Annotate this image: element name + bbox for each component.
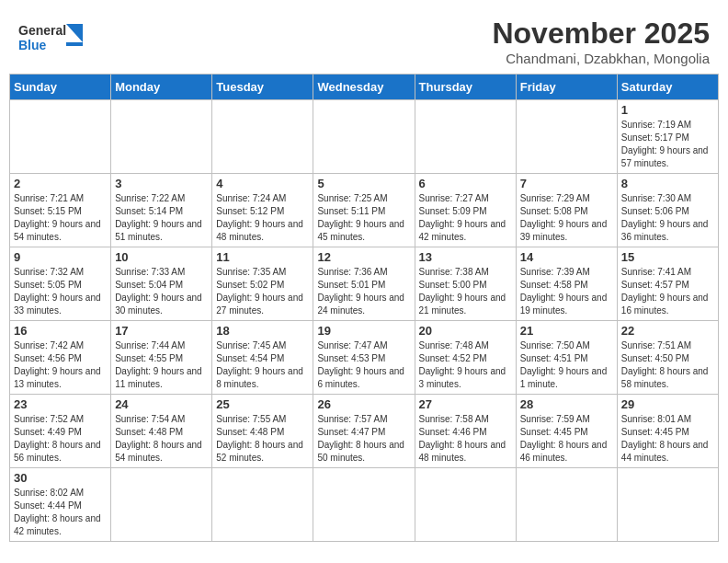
calendar-cell: 30Sunrise: 8:02 AMSunset: 4:44 PMDayligh…: [10, 468, 111, 542]
day-number: 16: [14, 324, 107, 338]
day-info: Sunrise: 7:25 AMSunset: 5:11 PMDaylight:…: [317, 192, 410, 244]
calendar-cell: [10, 100, 111, 174]
day-number: 12: [317, 250, 410, 264]
svg-text:General: General: [18, 23, 66, 38]
calendar-cell: 13Sunrise: 7:38 AMSunset: 5:00 PMDayligh…: [415, 247, 516, 321]
calendar-cell: 25Sunrise: 7:55 AMSunset: 4:48 PMDayligh…: [212, 395, 313, 468]
calendar-body: 1Sunrise: 7:19 AMSunset: 5:17 PMDaylight…: [10, 100, 719, 542]
calendar-week-4: 16Sunrise: 7:42 AMSunset: 4:56 PMDayligh…: [10, 321, 719, 395]
day-info: Sunrise: 7:33 AMSunset: 5:04 PMDaylight:…: [115, 266, 208, 317]
calendar-cell: 14Sunrise: 7:39 AMSunset: 4:58 PMDayligh…: [516, 247, 617, 321]
day-info: Sunrise: 7:55 AMSunset: 4:48 PMDaylight:…: [216, 413, 309, 465]
day-info: Sunrise: 7:19 AMSunset: 5:17 PMDaylight:…: [621, 119, 714, 170]
calendar-cell: 11Sunrise: 7:35 AMSunset: 5:02 PMDayligh…: [212, 247, 313, 321]
calendar-cell: 15Sunrise: 7:41 AMSunset: 4:57 PMDayligh…: [617, 247, 718, 321]
calendar-week-6: 30Sunrise: 8:02 AMSunset: 4:44 PMDayligh…: [10, 468, 719, 542]
day-info: Sunrise: 7:52 AMSunset: 4:49 PMDaylight:…: [14, 413, 107, 465]
calendar-cell: 2Sunrise: 7:21 AMSunset: 5:15 PMDaylight…: [10, 174, 111, 247]
day-number: 28: [520, 397, 613, 411]
calendar-cell: [111, 100, 212, 174]
calendar-title: November 2025: [492, 17, 710, 51]
day-number: 23: [14, 397, 107, 411]
weekday-header-row: SundayMondayTuesdayWednesdayThursdayFrid…: [10, 75, 719, 100]
day-info: Sunrise: 7:50 AMSunset: 4:51 PMDaylight:…: [520, 339, 613, 391]
day-info: Sunrise: 7:48 AMSunset: 4:52 PMDaylight:…: [419, 339, 512, 391]
calendar-cell: 4Sunrise: 7:24 AMSunset: 5:12 PMDaylight…: [212, 174, 313, 247]
day-info: Sunrise: 7:35 AMSunset: 5:02 PMDaylight:…: [216, 266, 309, 317]
day-number: 10: [115, 250, 208, 264]
day-number: 2: [14, 177, 107, 190]
calendar-cell: 3Sunrise: 7:22 AMSunset: 5:14 PMDaylight…: [111, 174, 212, 247]
day-number: 20: [419, 324, 512, 338]
calendar-cell: [111, 468, 212, 542]
day-number: 18: [216, 324, 309, 338]
calendar-cell: 28Sunrise: 7:59 AMSunset: 4:45 PMDayligh…: [516, 395, 617, 468]
weekday-wednesday: Wednesday: [313, 75, 415, 100]
calendar-cell: 6Sunrise: 7:27 AMSunset: 5:09 PMDaylight…: [415, 174, 516, 247]
calendar-cell: 16Sunrise: 7:42 AMSunset: 4:56 PMDayligh…: [10, 321, 111, 395]
calendar-cell: 20Sunrise: 7:48 AMSunset: 4:52 PMDayligh…: [415, 321, 516, 395]
calendar-week-5: 23Sunrise: 7:52 AMSunset: 4:49 PMDayligh…: [10, 395, 719, 468]
calendar-week-1: 1Sunrise: 7:19 AMSunset: 5:17 PMDaylight…: [10, 100, 719, 174]
day-info: Sunrise: 7:58 AMSunset: 4:46 PMDaylight:…: [419, 413, 512, 465]
day-info: Sunrise: 7:21 AMSunset: 5:15 PMDaylight:…: [14, 192, 107, 244]
calendar-cell: 18Sunrise: 7:45 AMSunset: 4:54 PMDayligh…: [212, 321, 313, 395]
calendar-cell: 23Sunrise: 7:52 AMSunset: 4:49 PMDayligh…: [10, 395, 111, 468]
day-info: Sunrise: 7:39 AMSunset: 4:58 PMDaylight:…: [520, 266, 613, 317]
title-block: November 2025 Chandmani, Dzabkhan, Mongo…: [492, 17, 710, 66]
calendar-cell: [313, 468, 415, 542]
day-info: Sunrise: 7:57 AMSunset: 4:47 PMDaylight:…: [317, 413, 410, 465]
day-info: Sunrise: 7:54 AMSunset: 4:48 PMDaylight:…: [115, 413, 208, 465]
day-number: 15: [621, 250, 714, 264]
calendar-cell: 12Sunrise: 7:36 AMSunset: 5:01 PMDayligh…: [313, 247, 415, 321]
day-number: 19: [317, 324, 410, 338]
day-info: Sunrise: 8:02 AMSunset: 4:44 PMDaylight:…: [14, 487, 107, 538]
day-number: 14: [520, 250, 613, 264]
calendar-week-3: 9Sunrise: 7:32 AMSunset: 5:05 PMDaylight…: [10, 247, 719, 321]
day-number: 5: [317, 177, 410, 190]
page-header: General Blue November 2025 Chandmani, Dz…: [9, 9, 719, 70]
weekday-friday: Friday: [516, 75, 617, 100]
day-number: 8: [621, 177, 714, 190]
calendar-week-2: 2Sunrise: 7:21 AMSunset: 5:15 PMDaylight…: [10, 174, 719, 247]
calendar-cell: [617, 468, 718, 542]
day-number: 1: [621, 103, 714, 117]
calendar-cell: 22Sunrise: 7:51 AMSunset: 4:50 PMDayligh…: [617, 321, 718, 395]
day-info: Sunrise: 7:36 AMSunset: 5:01 PMDaylight:…: [317, 266, 410, 317]
calendar-cell: [212, 468, 313, 542]
calendar-cell: 10Sunrise: 7:33 AMSunset: 5:04 PMDayligh…: [111, 247, 212, 321]
day-number: 7: [520, 177, 613, 190]
day-number: 29: [621, 397, 714, 411]
day-number: 6: [419, 177, 512, 190]
svg-rect-3: [66, 42, 83, 46]
calendar-cell: 21Sunrise: 7:50 AMSunset: 4:51 PMDayligh…: [516, 321, 617, 395]
day-number: 27: [419, 397, 512, 411]
day-info: Sunrise: 7:44 AMSunset: 4:55 PMDaylight:…: [115, 339, 208, 391]
calendar-cell: 9Sunrise: 7:32 AMSunset: 5:05 PMDaylight…: [10, 247, 111, 321]
day-number: 11: [216, 250, 309, 264]
day-info: Sunrise: 7:30 AMSunset: 5:06 PMDaylight:…: [621, 192, 714, 244]
day-info: Sunrise: 8:01 AMSunset: 4:45 PMDaylight:…: [621, 413, 714, 465]
calendar-cell: [212, 100, 313, 174]
day-number: 24: [115, 397, 208, 411]
calendar-cell: 27Sunrise: 7:58 AMSunset: 4:46 PMDayligh…: [415, 395, 516, 468]
day-number: 30: [14, 471, 107, 485]
calendar-cell: 1Sunrise: 7:19 AMSunset: 5:17 PMDaylight…: [617, 100, 718, 174]
calendar-cell: 17Sunrise: 7:44 AMSunset: 4:55 PMDayligh…: [111, 321, 212, 395]
calendar-cell: 19Sunrise: 7:47 AMSunset: 4:53 PMDayligh…: [313, 321, 415, 395]
day-info: Sunrise: 7:59 AMSunset: 4:45 PMDaylight:…: [520, 413, 613, 465]
day-number: 13: [419, 250, 512, 264]
svg-marker-2: [66, 24, 83, 42]
day-info: Sunrise: 7:27 AMSunset: 5:09 PMDaylight:…: [419, 192, 512, 244]
weekday-monday: Monday: [111, 75, 212, 100]
day-info: Sunrise: 7:29 AMSunset: 5:08 PMDaylight:…: [520, 192, 613, 244]
weekday-saturday: Saturday: [617, 75, 718, 100]
calendar-subtitle: Chandmani, Dzabkhan, Mongolia: [492, 51, 710, 66]
day-info: Sunrise: 7:32 AMSunset: 5:05 PMDaylight:…: [14, 266, 107, 317]
calendar-cell: [516, 468, 617, 542]
day-number: 26: [317, 397, 410, 411]
calendar-cell: [415, 468, 516, 542]
day-info: Sunrise: 7:47 AMSunset: 4:53 PMDaylight:…: [317, 339, 410, 391]
day-number: 22: [621, 324, 714, 338]
day-number: 9: [14, 250, 107, 264]
